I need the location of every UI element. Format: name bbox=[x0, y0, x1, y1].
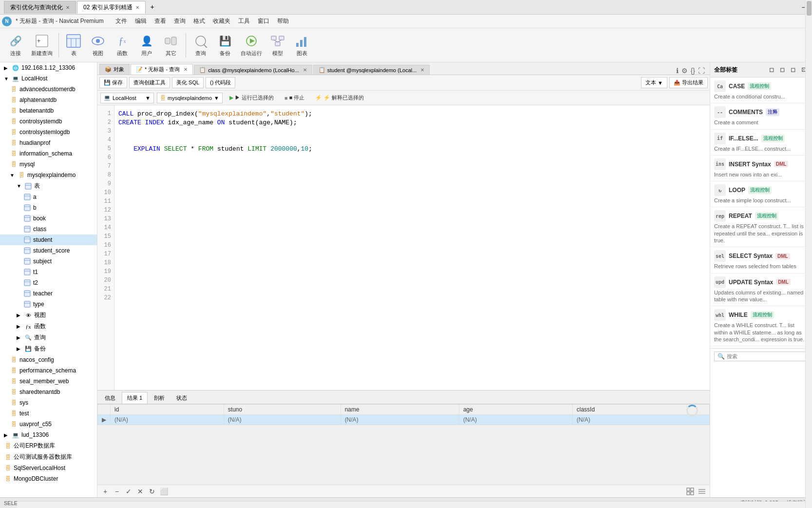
snippet-repeat[interactable]: rep REPEAT 流程控制 Create a REPEAT construc… bbox=[710, 207, 812, 247]
apply-button[interactable]: ✓ bbox=[124, 487, 133, 496]
snippet-loop[interactable]: ↻ LOOP 流程控制 Create a simple loop constru… bbox=[710, 181, 812, 207]
stop-table-button[interactable]: ⬜ bbox=[159, 487, 169, 496]
sidebar-item-huadianprof[interactable]: 🗄 huadianprof bbox=[0, 137, 97, 148]
tab-settings-icon[interactable]: ⚙ bbox=[681, 67, 688, 75]
object-tab-class[interactable]: 📋 class @mysqlexplaindemo (LocalHo... ✕ bbox=[194, 65, 312, 75]
toolbar-other[interactable]: 其它 bbox=[159, 31, 183, 59]
sidebar-item-views-folder[interactable]: ▶ 👁 视图 bbox=[0, 310, 97, 321]
object-tab-query[interactable]: 📝 * 无标题 - 查询 ✕ bbox=[131, 64, 193, 75]
toolbar-model[interactable]: 模型 bbox=[266, 31, 289, 59]
snippet-case[interactable]: Ca CASE 流程控制 Create a conditional constr… bbox=[710, 78, 812, 103]
sidebar-item-nacos[interactable]: 🗄 nacos_config bbox=[0, 354, 97, 365]
table-row[interactable]: ▶ (N/A) (N/A) (N/A) (N/A) (N/A) bbox=[98, 415, 710, 425]
toolbar-backup[interactable]: 💾 备份 bbox=[213, 31, 237, 59]
beautify-button[interactable]: 美化 SQL bbox=[172, 77, 204, 88]
save-button[interactable]: 💾 保存 bbox=[99, 77, 127, 88]
sidebar-item-table-student-score[interactable]: student_score bbox=[0, 245, 97, 256]
menu-view[interactable]: 查看 bbox=[151, 15, 170, 27]
student-tab-close[interactable]: ✕ bbox=[420, 67, 424, 73]
add-tab-button[interactable]: + bbox=[147, 1, 158, 13]
tab-info-icon[interactable]: ℹ bbox=[676, 67, 679, 75]
sidebar-item-table-t1[interactable]: t1 bbox=[0, 267, 97, 277]
col-stuno[interactable]: stuno bbox=[224, 405, 340, 415]
query-builder-button[interactable]: 查询创建工具 bbox=[129, 77, 170, 88]
discard-button[interactable]: ✕ bbox=[135, 487, 145, 496]
search-input[interactable] bbox=[727, 353, 805, 359]
add-row-button[interactable]: + bbox=[100, 487, 110, 496]
object-tab-student[interactable]: 📋 student @mysqlexplaindemo (Local... ✕ bbox=[313, 65, 430, 75]
results-tab-status[interactable]: 状态 bbox=[171, 392, 192, 404]
snippet-update[interactable]: upd UPDATE Syntax DML Updates columns of… bbox=[710, 274, 812, 307]
toolbar-table[interactable]: 表 bbox=[62, 31, 85, 59]
snippet-if-else[interactable]: if IF...ELSE... 流程控制 Create a IF...ELSE.… bbox=[710, 130, 812, 156]
explain-button[interactable]: ⚡ ⚡ 解释已选择的 bbox=[311, 93, 368, 103]
list-view-button[interactable] bbox=[697, 487, 707, 496]
snippet-insert[interactable]: ins INSERT Syntax DML Insert new rows in… bbox=[710, 156, 812, 181]
sidebar-item-table-student[interactable]: student bbox=[0, 234, 97, 245]
sidebar-item-advancedcustomerdb[interactable]: 🗄 advancedcustomerdb bbox=[0, 84, 97, 95]
text-button[interactable]: 文本 ▼ bbox=[641, 77, 667, 88]
title-tab-1[interactable]: 索引优化与查询优化 ✕ bbox=[4, 1, 76, 14]
refresh-button[interactable]: ↻ bbox=[147, 487, 157, 496]
sidebar-item-backup-folder[interactable]: ▶ 💾 备份 bbox=[0, 343, 97, 354]
code-segment-button[interactable]: () 代码段 bbox=[206, 77, 235, 88]
sidebar-item-table-class[interactable]: class bbox=[0, 224, 97, 234]
toolbar-connect[interactable]: 🔗 连接 bbox=[4, 31, 27, 59]
sidebar-item-server-1[interactable]: ▶ 🌐 192.168.1.12_13306 bbox=[0, 62, 97, 73]
menu-window[interactable]: 窗口 bbox=[254, 15, 273, 27]
sidebar-item-controlsystemlogdb[interactable]: 🗄 controlsystemlogdb bbox=[0, 127, 97, 137]
col-id[interactable]: id bbox=[111, 405, 224, 415]
sidebar-item-information-schema[interactable]: 🗄 information_schema bbox=[0, 148, 97, 159]
sidebar-item-test[interactable]: 🗄 test bbox=[0, 408, 97, 419]
results-tab-info[interactable]: 信息 bbox=[99, 392, 121, 404]
snippet-while[interactable]: whl WHILE 流程控制 Create a WHILE construct.… bbox=[710, 306, 812, 346]
toolbar-view[interactable]: 视图 bbox=[86, 31, 110, 59]
menu-file[interactable]: 文件 bbox=[112, 15, 131, 27]
sidebar-item-alphatenantdb[interactable]: 🗄 alphatenantdb bbox=[0, 95, 97, 105]
sidebar-item-table-b[interactable]: b bbox=[0, 202, 97, 213]
sql-content[interactable]: CALL proc_drop_index( "mysqlexplaindemo"… bbox=[114, 105, 710, 390]
host-select[interactable]: 💻 LocalHost ▼ bbox=[100, 93, 154, 103]
menu-help[interactable]: 帮助 bbox=[273, 15, 293, 27]
stop-button[interactable]: ■ ■ 停止 bbox=[281, 93, 308, 103]
run-selected-button[interactable]: ▶ ▶ 运行已选择的 bbox=[226, 93, 278, 103]
db-select[interactable]: 🗄 mysqlexplaindemo ▼ bbox=[157, 93, 223, 103]
sidebar-item-seal[interactable]: 🗄 seal_member_web bbox=[0, 376, 97, 387]
sidebar-item-mysqlexplaindemo[interactable]: ▼ 🗄 mysqlexplaindemo bbox=[0, 170, 97, 180]
sql-editor[interactable]: 1 2 3 4 5 6 7 8 9 10 11 12 13 14 15 16 1 bbox=[97, 105, 710, 390]
sidebar-item-shared[interactable]: 🗄 sharedtenantdb bbox=[0, 387, 97, 397]
snippet-select[interactable]: sel SELECT Syntax DML Retrieve rows sele… bbox=[710, 247, 812, 273]
tab-code-icon[interactable]: {} bbox=[691, 67, 695, 75]
right-panel-icon-2[interactable]: ◻ bbox=[778, 65, 787, 74]
sidebar-item-table-a[interactable]: a bbox=[0, 192, 97, 202]
menu-favorites[interactable]: 收藏夹 bbox=[209, 15, 234, 27]
results-table[interactable]: id stuno name age classId ▶ (N/A) bbox=[97, 404, 710, 485]
title-tab-1-close[interactable]: ✕ bbox=[66, 5, 70, 10]
title-tab-2-close[interactable]: ✕ bbox=[135, 5, 139, 10]
sidebar-item-table-subject[interactable]: subject bbox=[0, 256, 97, 267]
class-tab-close[interactable]: ✕ bbox=[303, 67, 307, 73]
toolbar-auto-run[interactable]: 自动运行 bbox=[238, 31, 265, 59]
tab-expand-icon[interactable]: ⛶ bbox=[698, 67, 705, 75]
sidebar-item-queries-folder[interactable]: ▶ 🔍 查询 bbox=[0, 332, 97, 343]
toolbar-function[interactable]: ƒx 函数 bbox=[111, 31, 134, 59]
sidebar-item-test-server[interactable]: 🗄 公司测试服务器数据库 bbox=[0, 451, 97, 463]
results-tab-profile[interactable]: 剖析 bbox=[149, 392, 170, 404]
remove-row-button[interactable]: − bbox=[112, 487, 122, 496]
export-button[interactable]: 📤 导出结果 bbox=[669, 77, 708, 88]
sidebar-item-betatenantdb[interactable]: 🗄 betatenantdb bbox=[0, 105, 97, 116]
sidebar-item-mysql[interactable]: 🗄 mysql bbox=[0, 159, 97, 170]
results-tab-results[interactable]: 结果 1 bbox=[122, 392, 148, 404]
sidebar-item-table-teacher[interactable]: teacher bbox=[0, 288, 97, 299]
sidebar-item-localhost[interactable]: ▼ 💻 LocalHost bbox=[0, 73, 97, 84]
query-tab-close[interactable]: ✕ bbox=[184, 67, 188, 72]
sidebar-item-lud[interactable]: ▶ 💻 lud_13306 bbox=[0, 430, 97, 440]
menu-edit[interactable]: 编辑 bbox=[131, 15, 151, 27]
sidebar-item-tables-folder[interactable]: ▼ 表 bbox=[0, 180, 97, 192]
sidebar-item-erp[interactable]: 🗄 公司ERP数据库 bbox=[0, 440, 97, 451]
sidebar-item-table-t2[interactable]: t2 bbox=[0, 277, 97, 288]
menu-query[interactable]: 查询 bbox=[170, 15, 189, 27]
grid-view-button[interactable] bbox=[685, 487, 695, 496]
toolbar-query[interactable]: 查询 bbox=[189, 31, 212, 59]
toolbar-new-query[interactable]: + 新建查询 bbox=[28, 31, 56, 59]
